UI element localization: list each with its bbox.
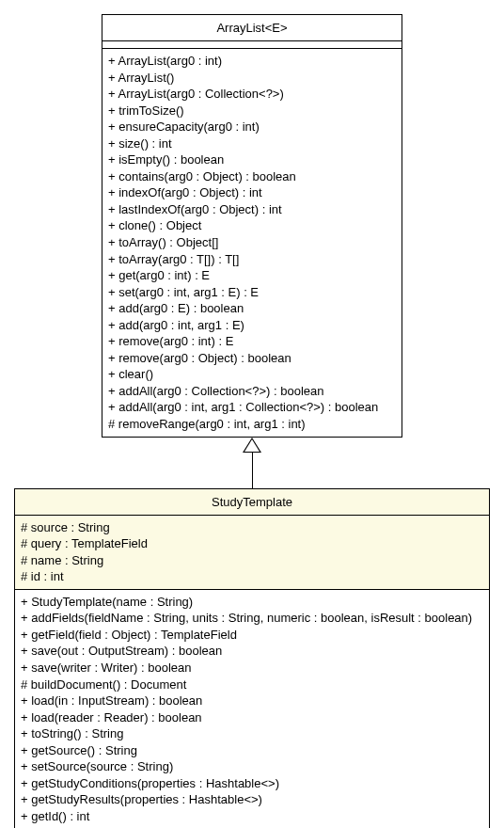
operation: + toArray() : Object[] <box>108 234 396 251</box>
class-title: ArrayList<E> <box>102 15 402 41</box>
operation: + clear() <box>108 366 396 383</box>
operation: + getStudyResults(properties : Hashtable… <box>21 791 483 808</box>
operation: + clone() : Object <box>108 217 396 234</box>
operation: + getStudyConditions(properties : Hashta… <box>21 775 483 792</box>
operation: + contains(arg0 : Object) : boolean <box>108 168 396 185</box>
operation: + getId() : int <box>21 808 483 825</box>
operation: + save(writer : Writer) : boolean <box>21 660 483 677</box>
operation: + isEmpty() : boolean <box>108 151 396 168</box>
operation: + load(in : InputStream) : boolean <box>21 693 483 709</box>
operation: + addAll(arg0 : Collection<?>) : boolean <box>108 383 396 400</box>
operation: + getSource() : String <box>21 742 483 759</box>
operations-compartment: + ArrayList(arg0 : int)+ ArrayList()+ Ar… <box>102 49 402 437</box>
operation: + get(arg0 : int) : E <box>108 267 396 284</box>
operation: # buildDocument() : Document <box>21 677 483 693</box>
operation: + toString() : String <box>21 725 483 742</box>
operation: + trimToSize() <box>108 103 396 119</box>
operation: + indexOf(arg0 : Object) : int <box>108 184 396 201</box>
generalization-connector <box>14 438 490 488</box>
operation: + addAll(arg0 : int, arg1 : Collection<?… <box>108 399 396 416</box>
attributes-compartment: # source : String# query : TemplateField… <box>15 516 489 590</box>
attribute: # source : String <box>21 519 483 536</box>
operation: + size() : int <box>108 135 396 152</box>
operation: + add(arg0 : E) : boolean <box>108 300 396 317</box>
attribute: # name : String <box>21 552 483 569</box>
class-studytemplate: StudyTemplate # source : String# query :… <box>14 488 490 828</box>
operation: + getField(field : Object) : TemplateFie… <box>21 627 483 644</box>
connector-line <box>252 453 253 488</box>
operation: + add(arg0 : int, arg1 : E) <box>108 317 396 334</box>
class-arraylist: ArrayList<E> + ArrayList(arg0 : int)+ Ar… <box>102 14 402 438</box>
operation: + remove(arg0 : Object) : boolean <box>108 350 396 367</box>
attribute: # id : int <box>21 568 483 585</box>
operations-compartment: + StudyTemplate(name : String)+ addField… <box>15 590 489 828</box>
attribute: # query : TemplateField <box>21 535 483 552</box>
operation: + remove(arg0 : int) : E <box>108 333 396 350</box>
attributes-compartment-empty <box>102 41 402 49</box>
operation: + setId(id : int) <box>21 824 483 828</box>
operation: + load(reader : Reader) : boolean <box>21 709 483 726</box>
operation: + ArrayList(arg0 : Collection<?>) <box>108 86 396 103</box>
operation: + save(out : OutputStream) : boolean <box>21 643 483 660</box>
parent-class-wrap: ArrayList<E> + ArrayList(arg0 : int)+ Ar… <box>14 14 490 438</box>
uml-diagram: ArrayList<E> + ArrayList(arg0 : int)+ Ar… <box>14 14 490 828</box>
operation: + ensureCapacity(arg0 : int) <box>108 119 396 135</box>
operation: + addFields(fieldName : String, units : … <box>21 610 483 627</box>
operation: + StudyTemplate(name : String) <box>21 594 483 611</box>
operation: + toArray(arg0 : T[]) : T[] <box>108 251 396 268</box>
operation: + setSource(source : String) <box>21 758 483 775</box>
generalization-arrowhead-icon <box>243 438 261 453</box>
operation: + ArrayList() <box>108 70 396 87</box>
operation: # removeRange(arg0 : int, arg1 : int) <box>108 416 396 433</box>
operation: + set(arg0 : int, arg1 : E) : E <box>108 284 396 301</box>
operation: + lastIndexOf(arg0 : Object) : int <box>108 201 396 218</box>
operation: + ArrayList(arg0 : int) <box>108 53 396 70</box>
class-title: StudyTemplate <box>15 489 489 516</box>
